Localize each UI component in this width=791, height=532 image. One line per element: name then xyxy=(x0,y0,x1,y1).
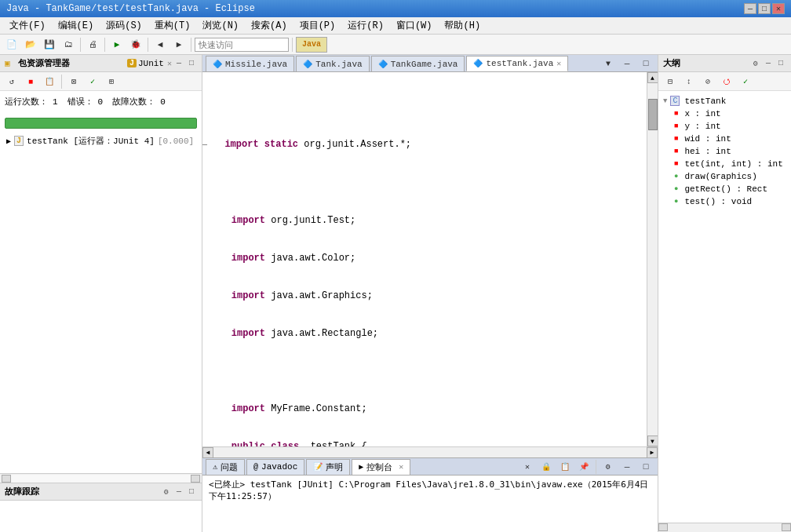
menu-project[interactable]: 项目(P) xyxy=(293,17,342,34)
menu-source[interactable]: 源码(S) xyxy=(100,17,148,34)
fault-settings-btn[interactable]: ⚙ xyxy=(161,486,172,497)
print-button[interactable]: 🖨 xyxy=(84,37,101,53)
forward-button[interactable]: ▶ xyxy=(170,37,188,53)
tab-max-btn[interactable]: □ xyxy=(637,56,654,71)
tab-close-console[interactable]: ✕ xyxy=(399,462,403,472)
console-max-btn[interactable]: □ xyxy=(637,459,654,475)
outline-item-y[interactable]: ■ y : int xyxy=(662,120,788,133)
editor-hscrollbar[interactable]: ◀ ▶ xyxy=(202,446,658,457)
scroll-left-btn[interactable] xyxy=(2,475,11,483)
menu-refactor[interactable]: 重构(T) xyxy=(148,17,197,34)
fault-min-btn[interactable]: — xyxy=(173,486,184,497)
outline-collapse-btn[interactable]: ⊟ xyxy=(662,74,679,89)
junit-layout-button[interactable]: ⊞ xyxy=(103,74,120,89)
outline-item-x[interactable]: ■ x : int xyxy=(662,107,788,120)
tab-declaration[interactable]: 📝 声明 xyxy=(306,459,350,475)
tab-min-btn[interactable]: — xyxy=(618,56,636,71)
fault-max-btn[interactable]: □ xyxy=(186,486,197,497)
outline-item-tet[interactable]: ■ tet(int, int) : int xyxy=(662,158,788,170)
run-button[interactable]: ▶ xyxy=(108,37,126,53)
minimize-left-button[interactable]: — xyxy=(173,58,184,69)
outline-filter-btn[interactable]: ⊘ xyxy=(699,74,716,89)
new-button[interactable]: 📄 xyxy=(3,37,20,53)
junit-show-pass-button[interactable]: ✓ xyxy=(84,74,101,89)
outline-item-label: test() : void xyxy=(684,197,752,206)
console-pin-btn[interactable]: 📌 xyxy=(575,459,592,475)
tab-missile[interactable]: 🔷 Missile.java xyxy=(206,56,294,71)
minimize-button[interactable]: — xyxy=(744,3,756,14)
field-icon-y: ■ xyxy=(674,122,678,130)
open-button[interactable]: 📂 xyxy=(22,37,39,53)
console-scroll-lock-btn[interactable]: 🔒 xyxy=(538,459,555,475)
console-toolbar: ✕ 🔒 📋 📌 ⚙ — □ xyxy=(519,459,658,475)
debug-button[interactable]: 🐞 xyxy=(127,37,144,53)
scroll-up-btn[interactable]: ▲ xyxy=(647,72,658,83)
menu-edit[interactable]: 编辑(E) xyxy=(52,17,100,34)
test-item[interactable]: ▶ J testTank [运行器：JUnit 4] [0.000] xyxy=(5,133,197,148)
tab-tankgame[interactable]: 🔷 TankGame.java xyxy=(371,56,465,71)
outline-item-wid[interactable]: ■ wid : int xyxy=(662,133,788,145)
outline-max-btn[interactable]: □ xyxy=(775,58,786,69)
fault-panel: 故障跟踪 ⚙ — □ xyxy=(0,483,202,532)
menu-help[interactable]: 帮助(H) xyxy=(438,17,487,34)
menu-run[interactable]: 运行(R) xyxy=(341,17,390,34)
menu-navigate[interactable]: 浏览(N) xyxy=(196,17,245,34)
junit-rerun-button[interactable]: ↺ xyxy=(3,74,20,89)
scroll-left-btn[interactable] xyxy=(658,523,668,531)
menu-search[interactable]: 搜索(A) xyxy=(245,17,293,34)
junit-tab-label[interactable]: JUnit xyxy=(138,59,164,68)
tab-testtank[interactable]: 🔷 testTank.java ✕ xyxy=(466,56,568,71)
field-icon-hei: ■ xyxy=(674,148,678,155)
menu-file[interactable]: 文件(F) xyxy=(3,17,52,34)
tab-console[interactable]: ▶ 控制台 ✕ xyxy=(352,459,410,475)
scroll-left-btn[interactable]: ◀ xyxy=(202,447,213,458)
tab-problems[interactable]: ⚠ 问题 xyxy=(206,459,245,475)
scroll-thumb[interactable] xyxy=(648,99,658,130)
tab-javadoc[interactable]: @ Javadoc xyxy=(246,459,304,475)
code-line: import java.awt.Rectangle; xyxy=(209,327,640,340)
scroll-down-btn[interactable]: ▼ xyxy=(647,435,658,446)
outline-settings-btn[interactable]: ⚙ xyxy=(750,58,761,69)
left-hscrollbar[interactable] xyxy=(0,473,202,483)
outline-item-label: tet(int, int) : int xyxy=(684,159,782,169)
save-all-button[interactable]: 🗂 xyxy=(60,37,77,53)
code-line xyxy=(209,177,640,189)
scroll-right-btn[interactable]: ▶ xyxy=(647,447,658,458)
vertical-scrollbar[interactable]: ▲ ▼ xyxy=(647,72,658,446)
junit-history-button[interactable]: 📋 xyxy=(41,74,58,89)
scroll-right-btn[interactable] xyxy=(782,523,791,531)
quick-access-input[interactable] xyxy=(195,38,289,52)
console-clear-btn[interactable]: ✕ xyxy=(519,459,536,475)
outline-item-class[interactable]: ▼ C testTank xyxy=(662,94,788,107)
right-hscrollbar[interactable] xyxy=(658,523,791,532)
outline-sort-btn[interactable]: ↕ xyxy=(680,74,698,89)
junit-tab-icon[interactable]: J xyxy=(127,59,137,67)
scroll-track[interactable] xyxy=(647,83,658,435)
outline-item-test[interactable]: ● test() : void xyxy=(662,195,788,208)
tab-close-testtank[interactable]: ✕ xyxy=(556,59,561,68)
save-button[interactable]: 💾 xyxy=(41,37,58,53)
outline-item-getrect[interactable]: ● getRect() : Rect xyxy=(662,183,788,195)
close-button[interactable]: ✕ xyxy=(772,3,785,14)
outline-view-btn[interactable]: ✓ xyxy=(737,74,754,89)
runs-label: 运行次数： xyxy=(5,96,48,107)
back-button[interactable]: ◀ xyxy=(151,37,169,53)
menu-window[interactable]: 窗口(W) xyxy=(390,17,439,34)
junit-close-icon[interactable]: ✕ xyxy=(167,59,172,68)
junit-filter-button[interactable]: ⊠ xyxy=(65,74,82,89)
junit-stop-button[interactable]: ■ xyxy=(22,74,39,89)
scroll-right-btn[interactable] xyxy=(191,475,200,483)
outline-item-draw[interactable]: ● draw(Graphics) xyxy=(662,170,788,183)
outline-item-hei[interactable]: ■ hei : int xyxy=(662,145,788,158)
outline-min-btn[interactable]: — xyxy=(763,58,774,69)
tab-menu-btn[interactable]: ▼ xyxy=(600,56,617,71)
code-content[interactable]: — import static org.junit.Assert.*; impo… xyxy=(202,72,647,446)
console-options-btn[interactable]: ⚙ xyxy=(600,459,617,475)
tab-tank[interactable]: 🔷 Tank.java xyxy=(296,56,369,71)
maximize-left-button[interactable]: □ xyxy=(186,58,197,69)
maximize-button[interactable]: □ xyxy=(758,3,771,14)
console-copy-btn[interactable]: 📋 xyxy=(556,459,574,475)
outline-sync-btn[interactable]: ⭯ xyxy=(718,74,735,89)
perspective-java[interactable]: Java xyxy=(296,37,327,53)
console-min-btn[interactable]: — xyxy=(618,459,636,475)
